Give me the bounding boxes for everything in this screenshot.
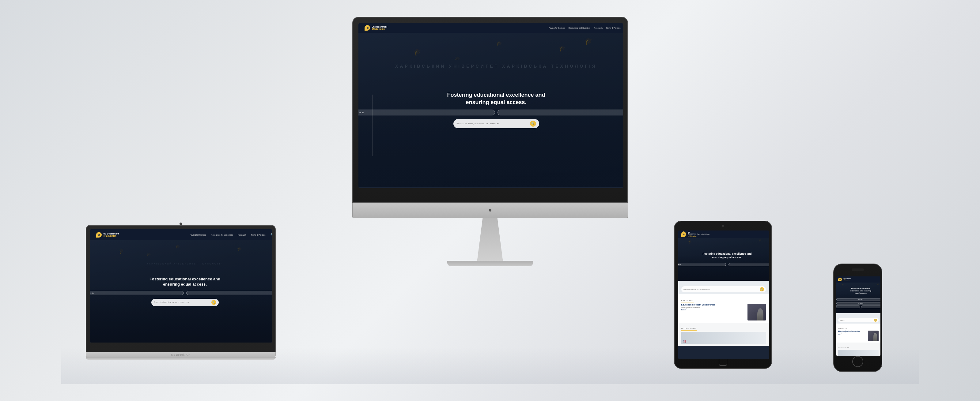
ipad-logo-text: US Department of Education [688,232,697,237]
macbook-screen: 🎓 US Department of Education Paying for … [90,229,272,342]
macbook-search-input[interactable] [154,301,210,303]
macbook-hero: 🎓 🎓 🎓 🎓 ХАРКІВСЬКИЙ УНІВЕРСИТЕТ ТЕХНОЛОГ… [90,240,272,342]
iphone-body: 🎓 US Department of Education 🔍 [833,263,882,372]
macbook-nav-resources[interactable]: Resources for Educators [211,234,233,236]
iphone-featured: FEATURED Education Freedom Scholarships … [836,323,880,342]
ipad-frame: 🎓 US Department of Education Paying for … [674,221,772,369]
ipad-search-input[interactable] [683,288,758,290]
iphone-hero-title: Fostering educational excellence and ens… [836,287,880,295]
iphone-hero-buttons: What We Do For Teachers [836,298,880,305]
iphone-featured-more[interactable]: More > [838,334,867,335]
iphone-screen: 🎓 US Department of Education 🔍 [836,276,880,356]
iphone-btn-for-teachers[interactable]: For Teachers [836,302,880,305]
iphone-search-button[interactable]: 🔍 [874,319,877,322]
thumb-figure [873,333,877,341]
macbook-logo-icon: 🎓 [96,232,102,238]
iphone-btn-what-we-do[interactable]: What We Do [836,298,880,301]
imac-nav-links: Paying for College Resources for Educato… [548,26,623,30]
iphone-featured-thumb [868,331,878,341]
macbook-nav-paying[interactable]: Paying for College [189,234,206,236]
ipad-logo-icon: 🎓 [681,231,686,237]
iphone-search-input[interactable] [840,320,872,321]
iphone-logo-text: US Department of Education [844,278,851,281]
ipad-news-image: 🇺🇸 [681,332,766,344]
ipad-in-news: IN THE NEWS 🇺🇸 [678,323,769,346]
macbook-hero-content: Fostering educational excellence and ens… [90,240,272,342]
ipad-in-news-label: IN THE NEWS [681,328,697,331]
imac-frame: 🎓 US Department of Education Paying for … [352,17,628,203]
iphone-nav: 🎓 US Department of Education 🔍 [836,276,880,282]
macbook-webcam [180,222,182,225]
ipad-search-bar: 🔍 [681,286,766,292]
macbook-nav-links: Paying for College Resources for Educato… [189,233,272,236]
iphone-search-bar: 🔍 [838,318,878,322]
ipad-hero-content: Fostering educational excellence and ens… [678,238,769,281]
imac-search-bar: 🔍 [453,119,539,128]
logo-icon: 🎓 [364,25,370,31]
ipad-nav-links: Paying for College Resources for Educato… [697,233,768,235]
nav-research[interactable]: Research [594,27,603,29]
macbook-logo: 🎓 US Department of Education [96,232,119,238]
imac-hero-title: Fostering educational excellence and ens… [358,92,623,106]
macbook-search-icon[interactable]: 🔍 [270,233,272,236]
ipad-logo: 🎓 US Department of Education [681,231,697,237]
iphone-hero-content: Fostering educational excellence and ens… [836,282,880,313]
macbook-btn-for-students[interactable]: For Students [90,291,184,295]
search-input[interactable] [457,122,528,125]
ipad-featured-thumbnail [748,304,766,320]
ipad-search-button[interactable]: 🔍 [760,287,764,292]
macbook-hero-buttons: What We Do For Students For Teachers For… [90,291,272,295]
nav-news[interactable]: News & Policies [606,27,620,29]
iphone-in-news: IN THE NEWS [836,342,880,356]
macbook-nav: 🎓 US Department of Education Paying for … [90,229,272,240]
iphone-featured-text: Education Freedom Scholarships Lorem ips… [838,331,867,341]
ipad-screen: 🎓 US Department of Education Paying for … [678,230,769,359]
macbook-logo-text: US Department of Education [103,233,119,237]
iphone-logo: 🎓 US Department of Education [838,277,851,281]
imac-chin [352,203,628,218]
iphone-featured-title: Education Freedom Scholarships [838,331,867,332]
ipad-btn-for-teachers[interactable]: For Teachers [729,263,769,266]
iphone-frame: 🎓 US Department of Education 🔍 [833,263,882,372]
nav-resources[interactable]: Resources for Educators [569,27,591,29]
ipad-hero-title: Fostering educational excellence and ens… [678,252,769,259]
iphone-home-button[interactable] [852,356,863,367]
imac-logo: 🎓 US Department of Education [364,25,388,31]
macbook-search-button[interactable]: 🔍 [212,300,216,305]
ipad-camera [722,225,724,227]
macbook-nav-research[interactable]: Research [238,234,246,236]
macbook-btn-for-teachers[interactable]: For Teachers [186,291,272,295]
ipad-featured-text-area: Education Freedom Scholarships Lorem ips… [681,304,746,320]
imac-screen: 🎓 US Department of Education Paying for … [358,23,623,188]
ipad-featured-section: FEATURED Education Freedom Scholarships … [678,294,769,323]
macbook-body: 🎓 US Department of Education Paying for … [86,225,276,360]
ipad-body: 🎓 US Department of Education Paying for … [674,221,772,369]
ipad-nav-paying[interactable]: Paying for College [697,233,768,235]
iphone-btn-for-students[interactable]: For Students [836,306,860,308]
macbook-nav-news[interactable]: News & Policies [251,234,266,236]
imac-hero: 🎓 🎓 🎓 🎓 🎓 ХАРКІВСЬКИЙ УНІВЕРСИТЕТ ХАРКІВ… [358,33,623,187]
macbook-frame: 🎓 US Department of Education Paying for … [86,225,276,352]
ipad-device: 🎓 US Department of Education Paying for … [674,221,772,369]
ipad-featured-more[interactable]: More > [681,309,746,311]
ipad-featured-label: FEATURED [681,300,694,303]
imac-base [447,261,533,266]
btn-for-teachers[interactable]: For Teachers [498,109,623,116]
macbook-base: MacBook Air [86,352,276,357]
macbook-search-bar: 🔍 [151,299,219,306]
ipad-hero-buttons: What We Do For Students For Teachers For… [678,263,769,266]
btn-for-students[interactable]: For Students [358,109,495,116]
ipad-featured-row: Education Freedom Scholarships Lorem ips… [681,304,766,320]
nav-paying[interactable]: Paying for College [548,27,565,29]
imac-body: 🎓 US Department of Education Paying for … [352,17,628,266]
imac-device: 🎓 US Department of Education Paying for … [352,17,628,266]
macbook-label: MacBook Air [171,353,190,356]
imac-nav: 🎓 US Department of Education Paying for … [358,23,623,33]
iphone-in-news-label: IN THE NEWS [838,347,850,349]
ipad-btn-for-students[interactable]: For Students [678,263,726,266]
ipad-hero: 🎓 🎓 Fostering educational excellence and… [678,238,769,281]
iphone-btn-for-parents[interactable]: For Parents [861,306,880,308]
ipad-search-section: 🔍 [678,281,769,294]
search-button[interactable]: 🔍 [530,120,536,127]
imac-stand [472,218,509,261]
